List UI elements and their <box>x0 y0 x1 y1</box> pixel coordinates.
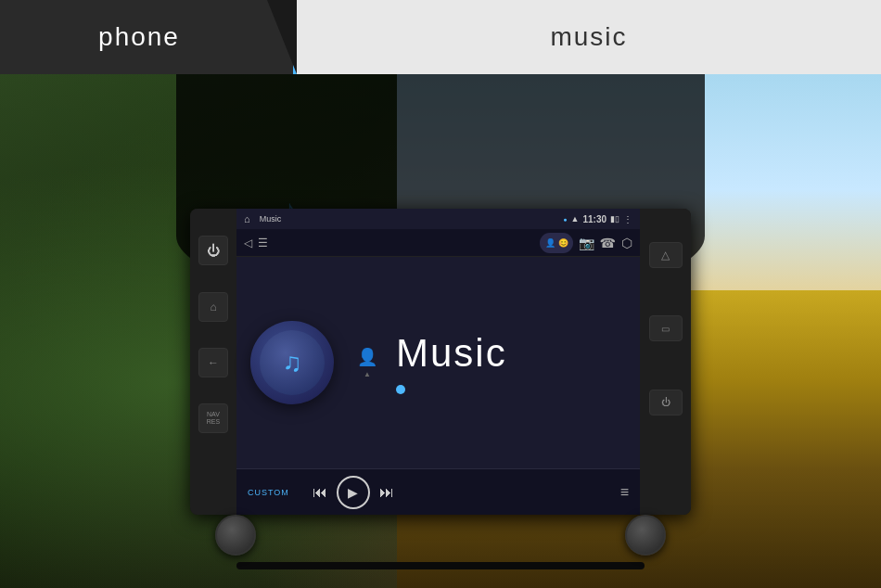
play-icon: ▶ <box>348 485 358 500</box>
music-screen-title: Music <box>396 331 626 376</box>
album-art: ♫ <box>250 321 334 404</box>
status-bar: ⌂ Music ● ▲ 11:30 ▮▯ ⋮ <box>236 209 640 229</box>
tab-phone[interactable]: phone <box>0 0 297 74</box>
screen-button[interactable]: ▭ <box>649 315 683 341</box>
person-icon-area: 👤 ▲ <box>357 347 377 378</box>
custom-label[interactable]: CUSTOM <box>248 488 289 497</box>
back-button[interactable]: ← <box>198 348 228 377</box>
play-button[interactable]: ▶ <box>337 476 370 509</box>
more-icon[interactable]: ⋮ <box>623 214 632 224</box>
battery-icon: ▮▯ <box>610 214 619 224</box>
screen-menu-icon[interactable]: ☰ <box>258 236 268 249</box>
person-label: ▲ <box>364 370 371 378</box>
user-icon: 👤 <box>545 238 555 248</box>
nav-button[interactable]: NAVRES <box>198 403 228 433</box>
status-left: ⌂ Music <box>244 213 281 224</box>
progress-indicator <box>396 385 405 394</box>
nav-dot: ● <box>563 216 567 223</box>
power-right-button[interactable]: ⏻ <box>649 390 683 415</box>
eject-button[interactable]: △ <box>649 242 683 268</box>
music-info: Music <box>396 331 626 394</box>
screen-back-button[interactable]: ◁ <box>244 236 252 249</box>
left-volume-knob[interactable] <box>215 515 256 556</box>
cd-slot <box>236 562 645 569</box>
home-button[interactable]: ⌂ <box>198 292 228 322</box>
playlist-button[interactable]: ≡ <box>620 484 629 501</box>
person-icon: 👤 <box>357 347 377 367</box>
screen-content: ♫ 👤 ▲ Music <box>236 257 640 468</box>
nav-icon-right[interactable]: ⬡ <box>621 236 632 250</box>
right-control-panel: △ ▭ ⏻ <box>640 209 691 515</box>
music-note-screen-icon: ♫ <box>283 348 302 377</box>
left-control-panel: ⏻ ⌂ ← NAVRES <box>190 209 236 515</box>
screen-area: ⌂ Music ● ▲ 11:30 ▮▯ ⋮ ◁ ☰ 👤 � <box>236 209 640 515</box>
smile-icon: 😊 <box>558 238 568 248</box>
album-art-inner: ♫ <box>260 330 325 395</box>
header-tab-bar: phone music <box>0 0 881 74</box>
tab-music-label: music <box>550 22 627 52</box>
right-tune-knob[interactable] <box>625 515 666 556</box>
main-content: ♪ ♫ ⏻ ⌂ ← NAVRES ⌂ Music ● ▲ 11:30 <box>0 74 881 588</box>
tab-music[interactable]: music <box>297 0 881 74</box>
phone-icon[interactable]: ☎ <box>600 236 616 250</box>
power-button[interactable]: ⏻ <box>198 236 228 265</box>
stereo-unit: ⏻ ⌂ ← NAVRES ⌂ Music ● ▲ 11:30 ▮▯ ⋮ <box>190 209 691 515</box>
wifi-icon: ▲ <box>571 214 580 224</box>
tab-phone-label: phone <box>98 22 180 52</box>
status-app-title: Music <box>260 214 282 224</box>
camera-icon[interactable]: 📷 <box>579 236 594 250</box>
status-time: 11:30 <box>582 214 606 224</box>
prev-button[interactable]: ⏮ <box>313 484 327 501</box>
bottom-playback-controls: CUSTOM ⏮ ▶ ⏭ ≡ <box>236 468 640 515</box>
status-home-icon: ⌂ <box>244 213 250 224</box>
status-right: ● ▲ 11:30 ▮▯ ⋮ <box>563 214 632 224</box>
next-button[interactable]: ⏭ <box>379 484 394 501</box>
